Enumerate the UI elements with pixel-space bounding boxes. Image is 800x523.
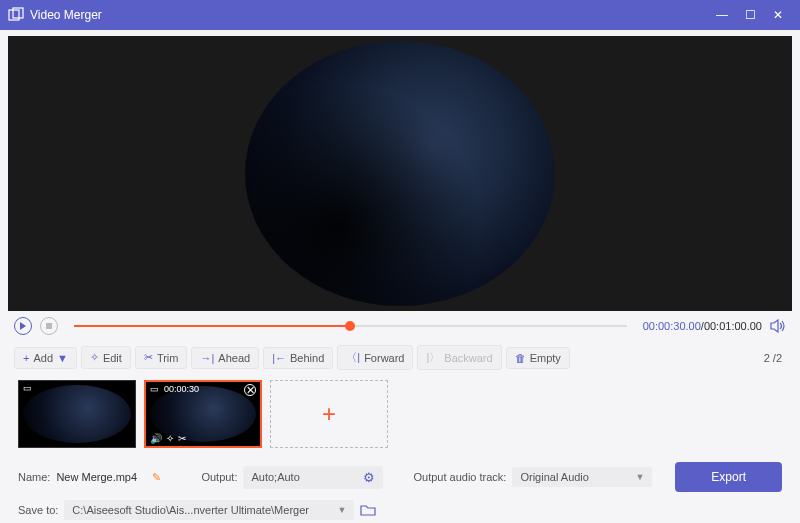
open-folder-button[interactable]: [360, 504, 376, 516]
stop-button[interactable]: [40, 317, 58, 335]
clip-item[interactable]: ▭: [18, 380, 136, 448]
volume-icon[interactable]: 🔊: [150, 433, 162, 444]
trim-button[interactable]: ✂Trim: [135, 346, 188, 369]
current-time: 00:00:30.00: [643, 320, 701, 332]
audio-label: Output audio track:: [413, 471, 506, 483]
save-field: Save to: C:\Aiseesoft Studio\Ais...nvert…: [18, 500, 376, 520]
clip-counter: 2 /2: [764, 352, 786, 364]
edit-button[interactable]: ✧Edit: [81, 346, 131, 369]
clip-item[interactable]: ▭ 00:00:30 ✕ 🔊 ✧ ✂: [144, 380, 262, 448]
chevron-down-icon: ▼: [337, 505, 346, 515]
scissors-icon[interactable]: ✂: [178, 433, 186, 444]
backward-button[interactable]: |〉Backward: [417, 345, 501, 370]
clip-time: 00:00:30: [164, 384, 199, 394]
name-label: Name:: [18, 471, 50, 483]
chevron-down-icon: ▼: [57, 352, 68, 364]
progress-fill: [74, 325, 350, 327]
app-icon: [8, 7, 24, 23]
window-title: Video Merger: [30, 8, 708, 22]
output-label: Output:: [201, 471, 237, 483]
video-preview: [8, 36, 792, 311]
wand-icon: ✧: [90, 351, 99, 364]
output-select[interactable]: Auto;Auto ⚙: [243, 466, 383, 489]
footer: Name: ✎ Output: Auto;Auto ⚙ Output audio…: [0, 454, 800, 523]
audio-field: Output audio track: Original Audio ▼: [413, 467, 652, 487]
ahead-icon: →|: [200, 352, 214, 364]
ahead-button[interactable]: →|Ahead: [191, 347, 259, 369]
film-icon: ▭: [150, 384, 159, 394]
output-field: Output: Auto;Auto ⚙: [201, 466, 383, 489]
name-field: Name: ✎: [18, 471, 161, 484]
behind-icon: |←: [272, 352, 286, 364]
minimize-button[interactable]: —: [708, 8, 736, 22]
wand-icon[interactable]: ✧: [166, 433, 174, 444]
add-button[interactable]: +Add▼: [14, 347, 77, 369]
playback-controls: 00:00:30.00/00:01:00.00: [0, 311, 800, 341]
titlebar: Video Merger — ☐ ✕: [0, 0, 800, 30]
close-button[interactable]: ✕: [764, 8, 792, 22]
export-button[interactable]: Export: [675, 462, 782, 492]
chevron-down-icon: ▼: [636, 472, 645, 482]
preview-frame: [245, 41, 555, 306]
name-input[interactable]: [56, 471, 146, 483]
play-button[interactable]: [14, 317, 32, 335]
scissors-icon: ✂: [144, 351, 153, 364]
forward-icon: 〈|: [346, 350, 360, 365]
clip-remove-button[interactable]: ✕: [244, 384, 256, 396]
add-clip-button[interactable]: +: [270, 380, 388, 448]
maximize-button[interactable]: ☐: [736, 8, 764, 22]
progress-bar[interactable]: [74, 325, 627, 327]
forward-button[interactable]: 〈|Forward: [337, 345, 413, 370]
trash-icon: 🗑: [515, 352, 526, 364]
progress-thumb[interactable]: [345, 321, 355, 331]
save-label: Save to:: [18, 504, 58, 516]
behind-button[interactable]: |←Behind: [263, 347, 333, 369]
edit-name-button[interactable]: ✎: [152, 471, 161, 484]
volume-button[interactable]: [770, 319, 786, 333]
total-time: 00:01:00.00: [704, 320, 762, 332]
toolbar: +Add▼ ✧Edit ✂Trim →|Ahead |←Behind 〈|For…: [0, 341, 800, 374]
empty-button[interactable]: 🗑Empty: [506, 347, 570, 369]
plus-icon: +: [23, 352, 29, 364]
save-select[interactable]: C:\Aiseesoft Studio\Ais...nverter Ultima…: [64, 500, 354, 520]
clip-list: ▭ ▭ 00:00:30 ✕ 🔊 ✧ ✂ +: [0, 374, 800, 454]
gear-icon[interactable]: ⚙: [363, 470, 375, 485]
time-display: 00:00:30.00/00:01:00.00: [643, 320, 762, 332]
film-icon: ▭: [23, 383, 32, 393]
svg-rect-2: [46, 323, 52, 329]
audio-select[interactable]: Original Audio ▼: [512, 467, 652, 487]
backward-icon: |〉: [426, 350, 440, 365]
